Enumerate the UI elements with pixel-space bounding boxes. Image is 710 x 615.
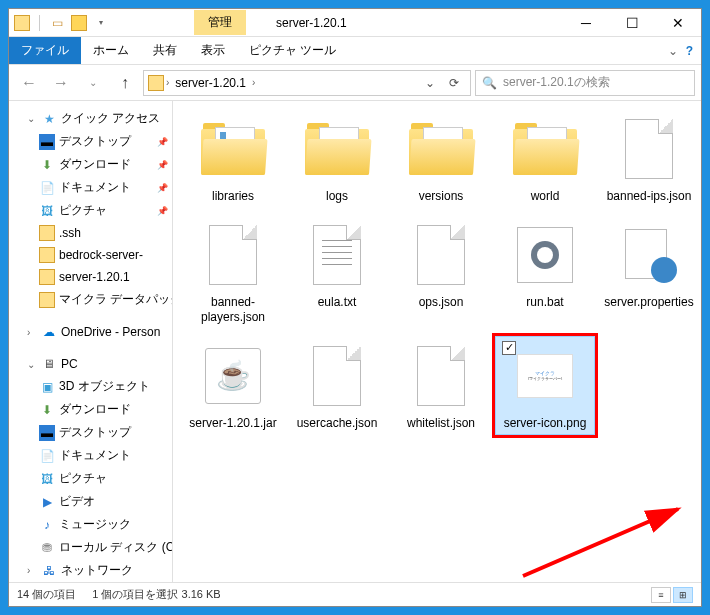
sidebar-quick-access[interactable]: ⌄★クイック アクセス <box>9 107 172 130</box>
file-thumbnail <box>197 113 269 185</box>
file-thumbnail <box>405 340 477 412</box>
sidebar-item-desktop[interactable]: ▬デスクトップ <box>9 421 172 444</box>
file-item[interactable]: versions <box>391 109 491 209</box>
chevron-right-icon[interactable]: › <box>166 77 169 88</box>
file-item[interactable]: eula.txt <box>287 215 387 330</box>
breadcrumb-segment[interactable]: server-1.20.1 <box>171 76 250 90</box>
file-item[interactable]: server.properties <box>599 215 699 330</box>
address-bar: ← → ⌄ ↑ › server-1.20.1 › ⌄ ⟳ 🔍 server-1… <box>9 65 701 101</box>
sidebar-item-bedrock[interactable]: bedrock-server- <box>9 244 172 266</box>
file-label: server-icon.png <box>504 416 587 432</box>
file-thumbnail <box>613 219 685 291</box>
qat-dropdown-icon[interactable]: ▾ <box>92 14 110 32</box>
file-item[interactable]: whitelist.json <box>391 336 491 436</box>
file-label: logs <box>326 189 348 205</box>
file-label: server-1.20.1.jar <box>189 416 276 432</box>
file-item[interactable]: usercache.json <box>287 336 387 436</box>
close-button[interactable]: ✕ <box>655 9 701 37</box>
tab-home[interactable]: ホーム <box>81 37 141 64</box>
file-thumbnail <box>613 113 685 185</box>
tab-view[interactable]: 表示 <box>189 37 237 64</box>
file-pane[interactable]: librarieslogsversionsworldbanned-ips.jso… <box>173 101 701 582</box>
file-item[interactable]: world <box>495 109 595 209</box>
file-item[interactable]: ✓マイクラ\マイクラサーバー\server-icon.png <box>495 336 595 436</box>
sidebar-network[interactable]: ›🖧ネットワーク <box>9 559 172 582</box>
sidebar-item-desktop[interactable]: ▬デスクトップ📌 <box>9 130 172 153</box>
file-label: usercache.json <box>297 416 378 432</box>
sidebar-item-documents[interactable]: 📄ドキュメント📌 <box>9 176 172 199</box>
qat: ▭ ▾ <box>9 14 114 32</box>
sidebar-item-downloads[interactable]: ⬇ダウンロード <box>9 398 172 421</box>
sidebar-item-videos[interactable]: ▶ビデオ <box>9 490 172 513</box>
selection-info: 1 個の項目を選択 3.16 KB <box>92 587 220 602</box>
up-button[interactable]: ↑ <box>111 69 139 97</box>
back-button[interactable]: ← <box>15 69 43 97</box>
file-label: eula.txt <box>318 295 357 311</box>
sidebar-pc[interactable]: ⌄🖥PC <box>9 353 172 375</box>
file-item[interactable]: libraries <box>183 109 283 209</box>
navigation-pane: ⌄★クイック アクセス ▬デスクトップ📌 ⬇ダウンロード📌 📄ドキュメント📌 🖼… <box>9 101 173 582</box>
forward-button[interactable]: → <box>47 69 75 97</box>
location-folder-icon <box>148 75 164 91</box>
sidebar-item-ssh[interactable]: .ssh <box>9 222 172 244</box>
file-item[interactable]: logs <box>287 109 387 209</box>
recent-dropdown[interactable]: ⌄ <box>79 69 107 97</box>
file-thumbnail: ☕ <box>197 340 269 412</box>
file-label: banned-ips.json <box>607 189 692 205</box>
titlebar: ▭ ▾ 管理 server-1.20.1 ─ ☐ ✕ <box>9 9 701 37</box>
sidebar-item-datapack[interactable]: マイクラ データパック <box>9 288 172 311</box>
status-bar: 14 個の項目 1 個の項目を選択 3.16 KB ≡ ⊞ <box>9 582 701 606</box>
sidebar-item-documents[interactable]: 📄ドキュメント <box>9 444 172 467</box>
file-label: ops.json <box>419 295 464 311</box>
sidebar-item-pictures[interactable]: 🖼ピクチャ <box>9 467 172 490</box>
sidebar-item-disk[interactable]: ⛃ローカル ディスク (C <box>9 536 172 559</box>
address-dropdown-icon[interactable]: ⌄ <box>418 71 442 95</box>
file-label: banned-players.json <box>187 295 279 326</box>
sidebar-onedrive[interactable]: ›☁OneDrive - Person <box>9 321 172 343</box>
search-input[interactable]: 🔍 server-1.20.1の検索 <box>475 70 695 96</box>
minimize-button[interactable]: ─ <box>563 9 609 37</box>
sidebar-item-3d[interactable]: ▣3D オブジェクト <box>9 375 172 398</box>
file-item[interactable]: ops.json <box>391 215 491 330</box>
sidebar-item-pictures[interactable]: 🖼ピクチャ📌 <box>9 199 172 222</box>
maximize-button[interactable]: ☐ <box>609 9 655 37</box>
properties-icon[interactable]: ▭ <box>48 14 66 32</box>
file-label: versions <box>419 189 464 205</box>
view-icons-button[interactable]: ⊞ <box>673 587 693 603</box>
file-thumbnail <box>197 219 269 291</box>
file-thumbnail <box>509 219 581 291</box>
window-title: server-1.20.1 <box>246 16 377 30</box>
file-item[interactable]: banned-ips.json <box>599 109 699 209</box>
sidebar-item-downloads[interactable]: ⬇ダウンロード📌 <box>9 153 172 176</box>
file-thumbnail <box>301 219 373 291</box>
file-label: whitelist.json <box>407 416 475 432</box>
breadcrumb[interactable]: › server-1.20.1 › ⌄ ⟳ <box>143 70 471 96</box>
refresh-button[interactable]: ⟳ <box>442 71 466 95</box>
ribbon-expand-icon[interactable]: ⌄ <box>668 44 678 58</box>
file-item[interactable]: run.bat <box>495 215 595 330</box>
folder-icon <box>13 14 31 32</box>
tab-share[interactable]: 共有 <box>141 37 189 64</box>
ribbon: ファイル ホーム 共有 表示 ピクチャ ツール ⌄ ? <box>9 37 701 65</box>
help-icon[interactable]: ? <box>686 44 693 58</box>
new-folder-icon[interactable] <box>70 14 88 32</box>
sidebar-item-music[interactable]: ♪ミュージック <box>9 513 172 536</box>
file-label: world <box>531 189 560 205</box>
file-thumbnail <box>405 219 477 291</box>
item-count: 14 個の項目 <box>17 587 76 602</box>
file-thumbnail <box>301 340 373 412</box>
file-label: server.properties <box>604 295 693 311</box>
separator <box>39 15 40 31</box>
file-label: libraries <box>212 189 254 205</box>
file-item[interactable]: ☕server-1.20.1.jar <box>183 336 283 436</box>
view-details-button[interactable]: ≡ <box>651 587 671 603</box>
checkbox-icon[interactable]: ✓ <box>502 341 516 355</box>
file-thumbnail <box>301 113 373 185</box>
sidebar-item-server[interactable]: server-1.20.1 <box>9 266 172 288</box>
tab-file[interactable]: ファイル <box>9 37 81 64</box>
annotation-arrow <box>513 501 693 581</box>
search-placeholder: server-1.20.1の検索 <box>503 74 610 91</box>
tab-picture-tools[interactable]: ピクチャ ツール <box>237 37 348 64</box>
file-item[interactable]: banned-players.json <box>183 215 283 330</box>
chevron-right-icon[interactable]: › <box>252 77 255 88</box>
